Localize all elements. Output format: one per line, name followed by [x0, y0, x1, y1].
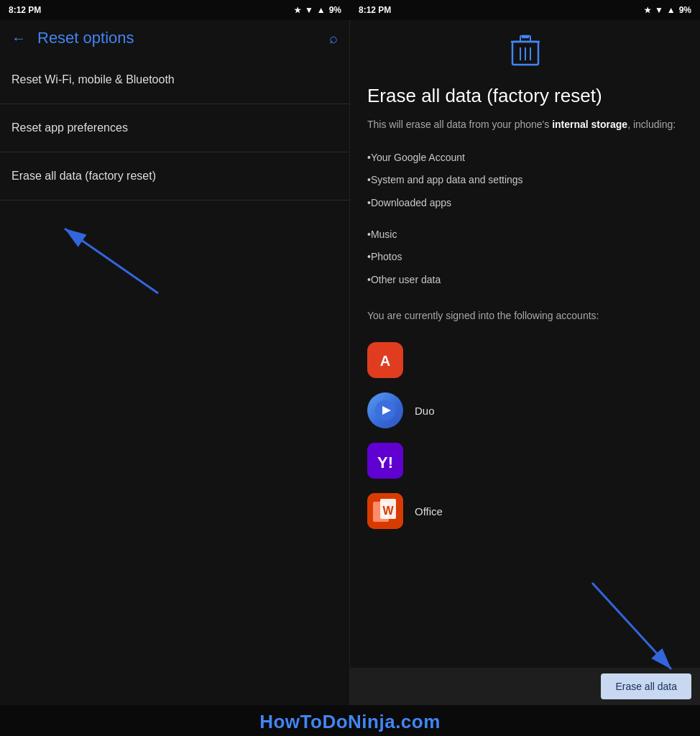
- search-button[interactable]: ⌕: [329, 30, 338, 47]
- data-item-5: •Other user data: [367, 269, 683, 292]
- adobe-icon: A: [367, 342, 403, 378]
- toolbar: ← Reset options ⌕: [0, 20, 349, 56]
- data-item-3: •Music: [367, 224, 683, 247]
- data-item-4: •Photos: [367, 246, 683, 269]
- description-text: This will erase all data from your phone…: [367, 117, 683, 132]
- accounts-label: You are currently signed into the follow…: [367, 308, 683, 323]
- menu-item-app-prefs[interactable]: Reset app preferences: [0, 104, 349, 152]
- watermark: HowToDoNinja.com: [0, 705, 700, 736]
- left-signal-icon: ▲: [317, 5, 326, 15]
- data-item-0: •Your Google Account: [367, 147, 683, 170]
- left-bluetooth-icon: ★: [294, 6, 301, 15]
- right-time: 8:12 PM: [359, 5, 391, 15]
- trash-icon: [367, 34, 683, 73]
- svg-text:Y!: Y!: [377, 454, 393, 472]
- account-row-yahoo: Y!: [367, 436, 683, 486]
- account-row-duo: Duo: [367, 385, 683, 436]
- right-bluetooth-icon: ★: [644, 6, 651, 15]
- office-label: Office: [415, 505, 443, 518]
- duo-icon: [367, 392, 403, 428]
- right-signal-icon: ▲: [667, 5, 676, 15]
- left-wifi-icon: ▼: [305, 5, 313, 15]
- data-item-1: •System and app data and settings: [367, 169, 683, 192]
- duo-label: Duo: [415, 405, 435, 417]
- bottom-bar: Erase all data: [350, 668, 700, 705]
- right-wifi-icon: ▼: [655, 5, 663, 15]
- account-row-adobe: A: [367, 335, 683, 385]
- yahoo-icon: Y!: [367, 443, 403, 479]
- erase-all-button[interactable]: Erase all data: [601, 673, 691, 699]
- data-item-2: •Downloaded apps: [367, 192, 683, 215]
- office-icon: W: [367, 493, 403, 529]
- erase-title: Erase all data (factory reset): [367, 84, 683, 109]
- right-battery: 9%: [679, 5, 691, 15]
- menu-item-wifi[interactable]: Reset Wi-Fi, mobile & Bluetooth: [0, 56, 349, 104]
- svg-line-1: [65, 229, 158, 293]
- account-row-office: W Office: [367, 486, 683, 536]
- right-content: Erase all data (factory reset) This will…: [350, 20, 700, 668]
- back-button[interactable]: ←: [11, 30, 26, 47]
- left-time: 8:12 PM: [9, 5, 41, 15]
- data-items-list: •Your Google Account •System and app dat…: [367, 147, 683, 292]
- menu-item-factory-reset[interactable]: Erase all data (factory reset): [0, 152, 349, 201]
- accounts-section: You are currently signed into the follow…: [367, 308, 683, 536]
- page-title: Reset options: [37, 29, 134, 47]
- svg-text:A: A: [380, 353, 390, 369]
- svg-text:W: W: [382, 505, 394, 517]
- left-battery: 9%: [329, 5, 341, 15]
